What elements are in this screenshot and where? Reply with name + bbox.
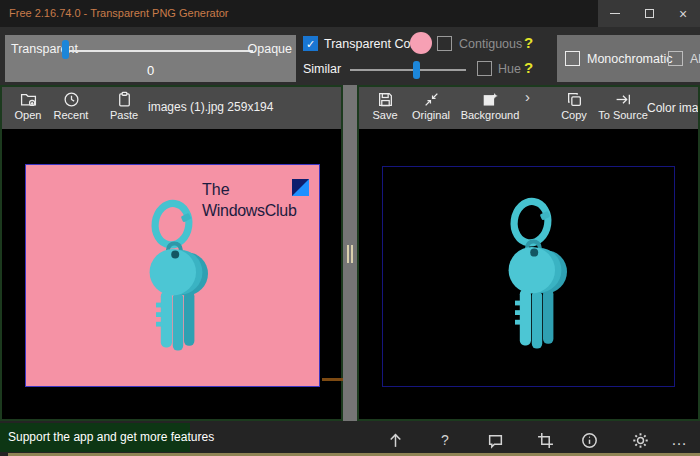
contiguous-checkbox[interactable] bbox=[437, 36, 452, 51]
save-button[interactable]: Save bbox=[362, 91, 408, 121]
collapse-arrows-icon bbox=[423, 91, 440, 108]
contiguous-label: Contiguous bbox=[459, 37, 522, 51]
close-button[interactable]: × bbox=[666, 0, 700, 27]
help-icon-color[interactable]: ? bbox=[524, 34, 533, 51]
opacity-slider-thumb[interactable] bbox=[62, 40, 69, 59]
similar-label: Similar bbox=[303, 62, 341, 76]
paste-button[interactable]: Paste bbox=[101, 91, 147, 121]
background-icon bbox=[482, 91, 499, 108]
close-icon: × bbox=[679, 7, 687, 21]
top-toolbar: Transparent Opaque 0 ✓ Transparent Color… bbox=[0, 27, 700, 85]
clipboard-icon bbox=[116, 91, 133, 108]
support-banner[interactable]: Support the app and get more features bbox=[0, 423, 190, 452]
copy-label: Copy bbox=[551, 109, 597, 121]
copy-icon bbox=[566, 91, 583, 108]
arrow-to-bar-icon bbox=[615, 91, 632, 108]
keys-image-transparent bbox=[495, 195, 575, 363]
maximize-button[interactable] bbox=[632, 0, 666, 27]
title-bar: Free 2.16.74.0 - Transparent PNG Generat… bbox=[0, 0, 700, 27]
crop-button[interactable] bbox=[536, 431, 554, 449]
help-icon-similar[interactable]: ? bbox=[524, 59, 533, 76]
monochromatic-section: Monochromatic Al bbox=[557, 35, 700, 82]
settings-button[interactable] bbox=[631, 431, 649, 449]
all-label: Al bbox=[690, 52, 700, 66]
source-image[interactable]: The WindowsClub bbox=[25, 164, 320, 387]
recent-label: Recent bbox=[48, 109, 94, 121]
windowsclub-logo-icon bbox=[292, 179, 309, 196]
open-button[interactable]: Open bbox=[5, 91, 51, 121]
opacity-section: Transparent Opaque 0 bbox=[5, 35, 296, 82]
original-button[interactable]: Original bbox=[405, 91, 457, 121]
save-label: Save bbox=[362, 109, 408, 121]
monochromatic-label: Monochromatic bbox=[587, 52, 672, 66]
help-button[interactable]: ? bbox=[436, 431, 454, 449]
hue-label: Hue bbox=[498, 62, 521, 76]
color-image-label: Color image bbox=[647, 101, 700, 115]
original-label: Original bbox=[405, 109, 457, 121]
opaque-label: Opaque bbox=[248, 42, 292, 56]
app-window: Free 2.16.74.0 - Transparent PNG Generat… bbox=[0, 0, 700, 456]
source-panel: Open Recent Paste images (1).jpg 259x194… bbox=[0, 85, 343, 421]
transparent-color-checkbox[interactable]: ✓ bbox=[303, 36, 318, 51]
to-source-label: To Source bbox=[595, 109, 651, 121]
speech-bubble-icon bbox=[487, 432, 504, 449]
arrow-up-icon bbox=[387, 432, 404, 449]
background-label: Background bbox=[459, 109, 521, 121]
background-button[interactable]: Background bbox=[459, 91, 521, 121]
folder-open-icon bbox=[20, 91, 37, 108]
maximize-icon bbox=[645, 9, 654, 18]
copy-button[interactable]: Copy bbox=[551, 91, 597, 121]
watermark-line2: WindowsClub bbox=[202, 202, 297, 220]
window-controls: × bbox=[598, 0, 700, 27]
upload-button[interactable] bbox=[386, 431, 404, 449]
window-title: Free 2.16.74.0 - Transparent PNG Generat… bbox=[9, 7, 229, 19]
similar-slider-thumb[interactable] bbox=[413, 61, 420, 79]
monochromatic-checkbox[interactable] bbox=[565, 51, 580, 66]
source-canvas: The WindowsClub bbox=[2, 129, 341, 419]
clock-icon bbox=[63, 91, 80, 108]
to-source-button[interactable]: To Source bbox=[595, 91, 651, 121]
info-icon bbox=[581, 432, 598, 449]
keys-image bbox=[136, 197, 216, 365]
crop-icon bbox=[537, 432, 554, 449]
result-canvas bbox=[359, 129, 698, 419]
main-area: Open Recent Paste images (1).jpg 259x194… bbox=[0, 85, 700, 421]
minimize-icon bbox=[610, 13, 620, 14]
opacity-value: 0 bbox=[5, 63, 296, 78]
source-toolbar: Open Recent Paste images (1).jpg 259x194 bbox=[2, 87, 341, 129]
splitter-grip-icon bbox=[351, 245, 353, 263]
recent-button[interactable]: Recent bbox=[48, 91, 94, 121]
open-label: Open bbox=[5, 109, 51, 121]
similar-slider-track[interactable] bbox=[350, 69, 466, 71]
opacity-slider-track[interactable] bbox=[65, 50, 253, 52]
feedback-button[interactable] bbox=[486, 431, 504, 449]
info-button[interactable] bbox=[580, 431, 598, 449]
minimize-button[interactable] bbox=[598, 0, 632, 27]
gear-icon bbox=[632, 432, 649, 449]
picked-color-swatch[interactable] bbox=[410, 32, 432, 54]
bottom-bar: Support the app and get more features ? … bbox=[0, 421, 700, 456]
selection-marker-left bbox=[322, 378, 343, 381]
more-button[interactable]: … bbox=[670, 431, 688, 449]
save-icon bbox=[377, 91, 394, 108]
result-toolbar: Save Original Background › Copy To S bbox=[359, 87, 698, 129]
result-panel: Save Original Background › Copy To S bbox=[357, 85, 700, 421]
splitter-grip-icon bbox=[347, 245, 349, 263]
toolbar-overflow-chevron[interactable]: › bbox=[525, 88, 530, 105]
result-image[interactable] bbox=[382, 166, 675, 387]
filename-text: images (1).jpg 259x194 bbox=[148, 100, 273, 114]
panel-splitter[interactable] bbox=[343, 85, 357, 421]
hue-checkbox[interactable] bbox=[477, 61, 492, 76]
watermark-line1: The bbox=[202, 181, 230, 199]
all-checkbox[interactable] bbox=[668, 51, 683, 66]
paste-label: Paste bbox=[101, 109, 147, 121]
